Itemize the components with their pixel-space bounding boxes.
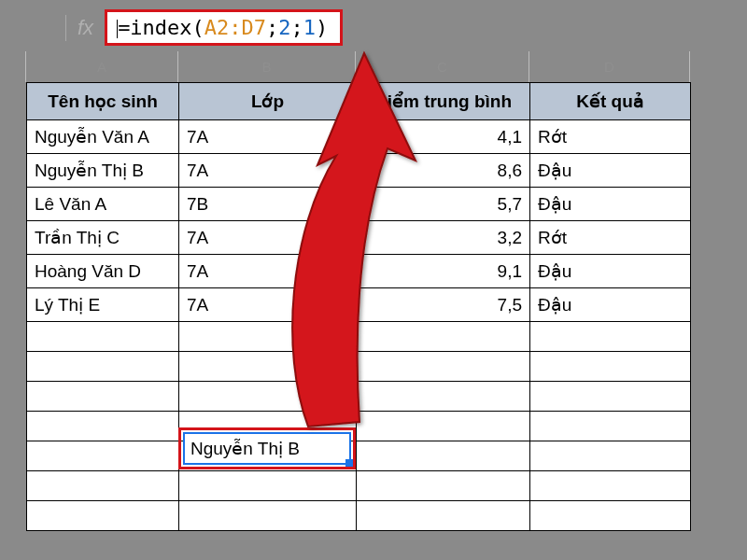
cell-result[interactable]: Rớt bbox=[530, 120, 691, 154]
cell-name[interactable]: Lê Văn A bbox=[27, 188, 179, 221]
cell-result[interactable]: Rớt bbox=[530, 221, 691, 255]
active-cell[interactable]: Nguyễn Thị B bbox=[183, 432, 351, 465]
data-table: Tên học sinh Lớp Điểm trung bình Kết quả… bbox=[26, 82, 691, 531]
cell-score[interactable]: 7,5 bbox=[357, 288, 530, 322]
table-row: Hoàng Văn D 7A 9,1 Đậu bbox=[27, 255, 691, 288]
cell-result[interactable]: Đậu bbox=[530, 255, 691, 288]
cell-class[interactable]: 7A bbox=[179, 120, 357, 154]
fill-handle[interactable] bbox=[345, 459, 353, 467]
table-header-row: Tên học sinh Lớp Điểm trung bình Kết quả bbox=[27, 83, 691, 120]
blank-row bbox=[27, 412, 691, 441]
col-header-c[interactable]: C bbox=[356, 51, 529, 82]
cell-score[interactable]: 5,7 bbox=[357, 188, 530, 221]
paren-close: ) bbox=[316, 16, 328, 39]
header-class[interactable]: Lớp bbox=[179, 83, 357, 120]
formula-bar: fx =index(A2:D7;2;1) bbox=[0, 0, 747, 50]
cell-class[interactable]: 7A bbox=[179, 154, 357, 188]
cell-score[interactable]: 4,1 bbox=[357, 120, 530, 154]
table-row: Lê Văn A 7B 5,7 Đậu bbox=[27, 188, 691, 221]
formula-prefix: =index bbox=[118, 16, 191, 39]
table-row: Nguyễn Thị B 7A 8,6 Đậu bbox=[27, 154, 691, 188]
cell-result[interactable]: Đậu bbox=[530, 188, 691, 221]
cell-name[interactable]: Nguyễn Văn A bbox=[27, 120, 179, 154]
cell-result[interactable]: Đậu bbox=[530, 288, 691, 322]
cell-class[interactable]: 7A bbox=[179, 221, 357, 255]
cell-name[interactable]: Lý Thị E bbox=[27, 288, 179, 322]
table-row: Lý Thị E 7A 7,5 Đậu bbox=[27, 288, 691, 322]
blank-row bbox=[27, 322, 691, 352]
formula-range: A2:D7 bbox=[204, 16, 266, 39]
cell-score[interactable]: 3,2 bbox=[357, 221, 530, 255]
divider bbox=[65, 15, 66, 41]
result-cell-highlight: Nguyễn Thị B bbox=[178, 427, 356, 469]
cell-result[interactable]: Đậu bbox=[530, 154, 691, 188]
table-row: Nguyễn Văn A 7A 4,1 Rớt bbox=[27, 120, 691, 154]
cell-class[interactable]: 7A bbox=[179, 255, 357, 288]
cell-name[interactable]: Hoàng Văn D bbox=[27, 255, 179, 288]
col-header-b[interactable]: B bbox=[178, 51, 356, 82]
fx-label: fx bbox=[78, 16, 93, 40]
formula-input[interactable]: =index(A2:D7;2;1) bbox=[105, 9, 343, 46]
cell-class[interactable]: 7B bbox=[179, 188, 357, 221]
blank-row bbox=[27, 501, 691, 531]
col-header-d[interactable]: D bbox=[529, 51, 690, 82]
cell-name[interactable]: Trần Thị C bbox=[27, 221, 179, 255]
cell-score[interactable]: 8,6 bbox=[357, 154, 530, 188]
paren-open: ( bbox=[192, 16, 204, 39]
cell-score[interactable]: 9,1 bbox=[357, 255, 530, 288]
blank-row bbox=[27, 382, 691, 412]
blank-row bbox=[27, 441, 691, 471]
table-row: Trần Thị C 7A 3,2 Rớt bbox=[27, 221, 691, 255]
result-cell-value: Nguyễn Thị B bbox=[190, 439, 300, 458]
header-result[interactable]: Kết quả bbox=[530, 83, 691, 120]
cell-class[interactable]: 7A bbox=[179, 288, 357, 322]
spreadsheet: A B C D Tên học sinh Lớp Điểm trung bình… bbox=[0, 51, 747, 531]
cell-name[interactable]: Nguyễn Thị B bbox=[27, 154, 179, 188]
header-score[interactable]: Điểm trung bình bbox=[357, 83, 530, 120]
blank-row bbox=[27, 471, 691, 501]
blank-row bbox=[27, 352, 691, 382]
column-headers: A B C D bbox=[0, 51, 747, 82]
col-header-a[interactable]: A bbox=[26, 51, 178, 82]
header-name[interactable]: Tên học sinh bbox=[27, 83, 179, 120]
